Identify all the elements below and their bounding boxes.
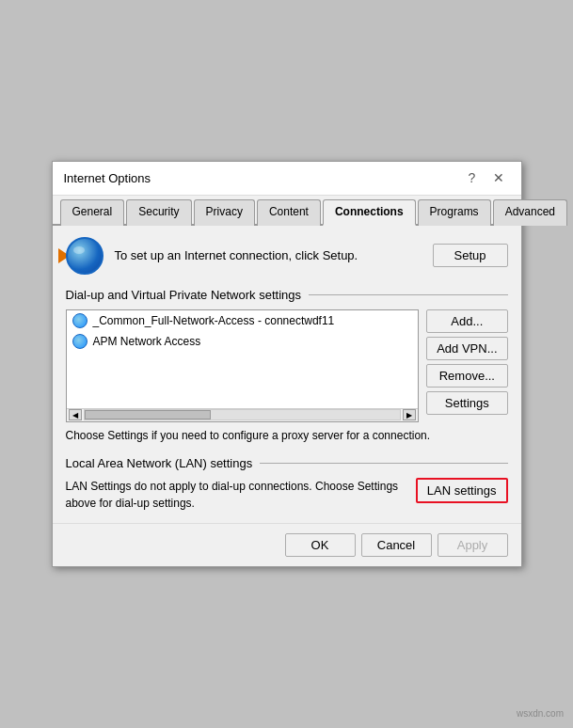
vpn-section-line <box>309 294 508 295</box>
tabs-bar: General Security Privacy Content Connect… <box>53 196 521 226</box>
add-vpn-button[interactable]: Add VPN... <box>426 337 507 360</box>
lan-section-header: Local Area Network (LAN) settings <box>66 456 508 470</box>
tab-programs[interactable]: Programs <box>418 199 491 226</box>
vpn-section-header: Dial-up and Virtual Private Network sett… <box>66 288 508 302</box>
vpn-section-title: Dial-up and Virtual Private Network sett… <box>66 288 302 302</box>
lan-section: Local Area Network (LAN) settings LAN Se… <box>66 456 508 512</box>
dialog-title: Internet Options <box>64 171 151 185</box>
vpn-scrollbar: ◀ ▶ <box>67 408 419 421</box>
scroll-right-btn[interactable]: ▶ <box>403 409 416 420</box>
vpn-item-1-label: _Common_Full-Network-Access - connectwdf… <box>93 314 335 327</box>
setup-button[interactable]: Setup <box>433 244 508 267</box>
tab-security[interactable]: Security <box>126 199 191 226</box>
cancel-button[interactable]: Cancel <box>361 533 432 557</box>
title-controls: ? ✕ <box>461 166 510 189</box>
vpn-list[interactable]: _Common_Full-Network-Access - connectwdf… <box>67 310 419 408</box>
lan-settings-button[interactable]: LAN settings <box>416 478 508 503</box>
close-button[interactable]: ✕ <box>487 166 510 189</box>
vpn-item-2[interactable]: APM Network Access <box>67 331 419 352</box>
vpn-item-1[interactable]: _Common_Full-Network-Access - connectwdf… <box>67 310 419 331</box>
internet-options-dialog: Internet Options ? ✕ General Security Pr… <box>52 161 522 568</box>
vpn-item-2-icon <box>72 334 88 349</box>
title-bar: Internet Options ? ✕ <box>53 162 521 196</box>
scroll-track <box>84 409 402 420</box>
vpn-item-2-label: APM Network Access <box>93 335 201 348</box>
help-button[interactable]: ? <box>461 166 484 189</box>
watermark: wsxdn.com <box>517 708 564 719</box>
setup-description: To set up an Internet connection, click … <box>115 247 422 264</box>
tab-connections[interactable]: Connections <box>323 199 416 226</box>
scroll-left-btn[interactable]: ◀ <box>69 409 82 420</box>
content-area: To set up an Internet connection, click … <box>53 226 521 524</box>
setup-globe-icon <box>66 237 103 275</box>
vpn-area: _Common_Full-Network-Access - connectwdf… <box>66 309 508 422</box>
add-button[interactable]: Add... <box>426 309 507 333</box>
tab-content[interactable]: Content <box>257 199 321 226</box>
lan-section-line <box>260 463 507 464</box>
scroll-thumb <box>85 410 211 419</box>
title-bar-left: Internet Options <box>64 171 151 185</box>
vpn-item-1-icon <box>72 313 88 328</box>
lan-section-title: Local Area Network (LAN) settings <box>66 456 253 470</box>
tab-general[interactable]: General <box>60 199 125 226</box>
apply-button[interactable]: Apply <box>438 533 508 557</box>
vpn-choose-text: Choose Settings if you need to configure… <box>66 428 508 444</box>
lan-content: LAN Settings do not apply to dial-up con… <box>66 478 508 512</box>
bottom-bar: OK Cancel Apply <box>53 523 521 566</box>
vpn-list-container: _Common_Full-Network-Access - connectwdf… <box>66 309 420 422</box>
remove-button[interactable]: Remove... <box>426 364 507 388</box>
globe-icon <box>66 237 103 275</box>
ok-button[interactable]: OK <box>285 533 356 557</box>
vpn-buttons: Add... Add VPN... Remove... Settings <box>426 309 507 422</box>
lan-description: LAN Settings do not apply to dial-up con… <box>66 478 406 512</box>
settings-button[interactable]: Settings <box>426 391 507 415</box>
tab-advanced[interactable]: Advanced <box>493 199 567 226</box>
setup-section: To set up an Internet connection, click … <box>66 237 508 275</box>
tab-privacy[interactable]: Privacy <box>194 199 255 226</box>
